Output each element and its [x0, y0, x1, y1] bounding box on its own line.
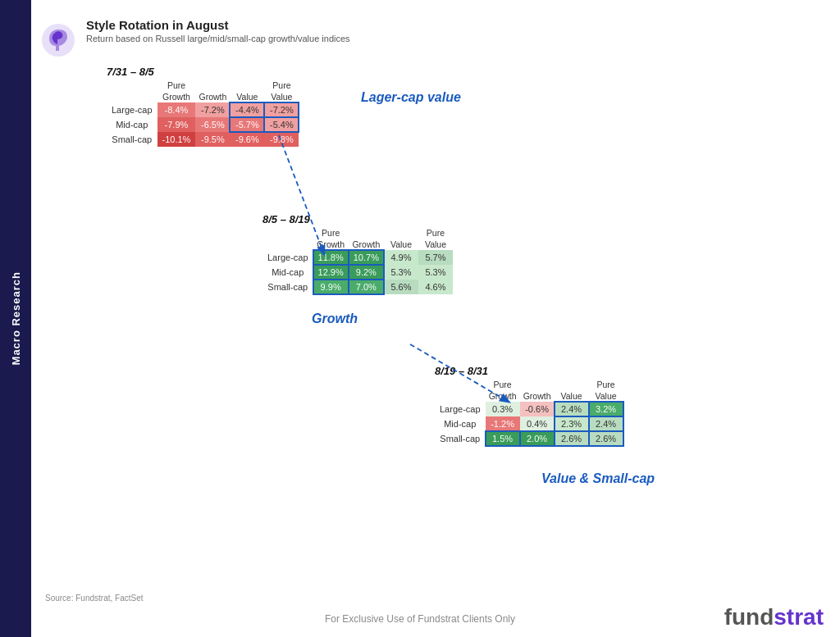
table1-wrapper: 7/31 – 8/5 Pure Pure Growth Growth Value…	[107, 66, 299, 147]
t1-col3-h2: Value	[230, 91, 264, 102]
table1: Pure Pure Growth Growth Value Value Larg…	[107, 80, 299, 147]
t1-r1c2: -7.2%	[195, 102, 230, 117]
t1-r1c3: -4.4%	[230, 102, 264, 117]
t2-r3c4: 4.6%	[418, 280, 453, 294]
table1-annotation: Lager-cap value	[361, 90, 461, 105]
t1-col1-h1: Pure	[158, 80, 196, 91]
t2-r2c3: 5.3%	[384, 265, 418, 280]
t2-r1c3: 4.9%	[384, 250, 418, 265]
table1-period: 7/31 – 8/5	[107, 66, 299, 78]
brand-strat: strat	[774, 604, 824, 630]
t3-r2c1: -1.2%	[486, 416, 520, 431]
t2-r1c1: 11.8%	[313, 250, 349, 265]
t1-r1c1: -8.4%	[158, 102, 196, 117]
table2: Pure Pure Growth Growth Value Value Larg…	[262, 227, 453, 294]
t1-r2c4: -5.4%	[264, 117, 299, 132]
t2-r3c2: 7.0%	[349, 280, 384, 294]
table-row: Small-cap 1.5% 2.0% 2.6% 2.6%	[435, 431, 623, 446]
table-row: Large-cap -8.4% -7.2% -4.4% -7.2%	[107, 102, 299, 117]
t1-r3c4: -9.8%	[264, 132, 299, 147]
table-row: Large-cap 11.8% 10.7% 4.9% 5.7%	[262, 250, 453, 265]
table-row: Small-cap -10.1% -9.5% -9.6% -9.8%	[107, 132, 299, 147]
t1-r3c3: -9.6%	[230, 132, 264, 147]
table3-wrapper: 8/19 – 8/31 Pure Pure Growth Growth Valu…	[435, 365, 623, 446]
table-row: Mid-cap -1.2% 0.4% 2.3% 2.4%	[435, 416, 623, 431]
t1-r2c3: -5.7%	[230, 117, 264, 132]
t3-r3c3: 2.6%	[555, 431, 589, 446]
sidebar: Macro Research	[0, 0, 31, 637]
table-row: Large-cap 0.3% -0.6% 2.4% 3.2%	[435, 402, 623, 416]
t3-r1c4: 3.2%	[589, 402, 623, 416]
t2-r2c2: 9.2%	[349, 265, 384, 280]
t1-row1-label: Large-cap	[107, 102, 158, 117]
t1-col4-h2: Value	[264, 91, 299, 102]
t3-r2c3: 2.3%	[555, 416, 589, 431]
t1-col2-h2: Growth	[195, 91, 230, 102]
t3-r1c3: 2.4%	[555, 402, 589, 416]
sidebar-label: Macro Research	[10, 271, 22, 365]
table-row: Mid-cap -7.9% -6.5% -5.7% -5.4%	[107, 117, 299, 132]
table3-period: 8/19 – 8/31	[435, 365, 623, 377]
table2-annotation: Growth	[312, 312, 358, 326]
t3-r1c2: -0.6%	[520, 402, 555, 416]
t3-r1c1: 0.3%	[486, 402, 520, 416]
t2-r3c1: 9.9%	[313, 280, 349, 294]
t1-r1c4: -7.2%	[264, 102, 299, 117]
table3: Pure Pure Growth Growth Value Value Larg…	[435, 379, 623, 446]
t3-r3c4: 2.6%	[589, 431, 623, 446]
t3-r2c2: 0.4%	[520, 416, 555, 431]
t1-col4-h1: Pure	[264, 80, 299, 91]
t1-r3c1: -10.1%	[158, 132, 196, 147]
t2-r1c2: 10.7%	[349, 250, 384, 265]
brand-fund: fund	[724, 604, 774, 630]
page-title: Style Rotation in August	[86, 18, 350, 32]
t1-row2-label: Mid-cap	[107, 117, 158, 132]
t2-r2c4: 5.3%	[418, 265, 453, 280]
t1-r2c2: -6.5%	[195, 117, 230, 132]
table3-annotation: Value & Small-cap	[541, 471, 655, 486]
table-row: Mid-cap 12.9% 9.2% 5.3% 5.3%	[262, 265, 453, 280]
table-row: Small-cap 9.9% 7.0% 5.6% 4.6%	[262, 280, 453, 294]
t1-r2c1: -7.9%	[158, 117, 196, 132]
t3-r2c4: 2.4%	[589, 416, 623, 431]
t3-r3c1: 1.5%	[486, 431, 520, 446]
t3-r3c2: 2.0%	[520, 431, 555, 446]
t1-r3c2: -9.5%	[195, 132, 230, 147]
t1-col1-h2: Growth	[158, 91, 196, 102]
t2-r1c4: 5.7%	[418, 250, 453, 265]
t2-r2c1: 12.9%	[313, 265, 349, 280]
table2-period: 8/5 – 8/19	[262, 213, 453, 225]
fundstrat-logo: fundstrat	[724, 604, 824, 630]
t1-col3-h1	[230, 80, 264, 91]
footer-exclusive: For Exclusive Use of Fundstrat Clients O…	[0, 613, 840, 625]
title-area: Style Rotation in August Return based on…	[45, 18, 350, 43]
t1-col2-h1	[195, 80, 230, 91]
t1-row3-label: Small-cap	[107, 132, 158, 147]
page-subtitle: Return based on Russell large/mid/small-…	[86, 34, 350, 43]
table2-wrapper: 8/5 – 8/19 Pure Pure Growth Growth Value…	[262, 213, 453, 294]
t2-r3c3: 5.6%	[384, 280, 418, 294]
source-text: Source: Fundstrat, FactSet	[45, 594, 144, 603]
